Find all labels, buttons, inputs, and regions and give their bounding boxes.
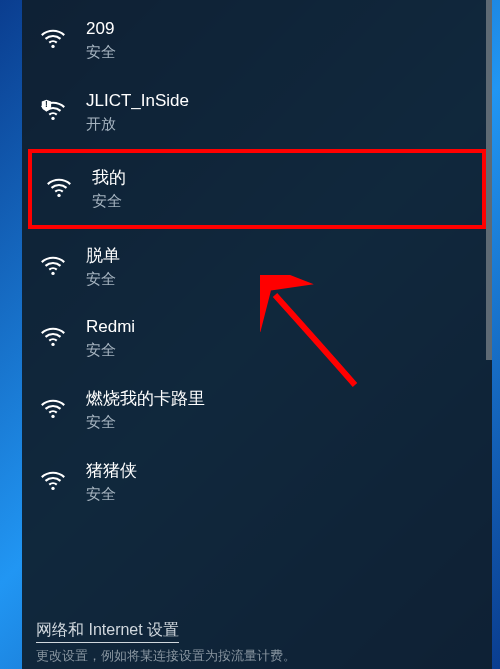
network-info: Redmi 安全: [86, 316, 135, 360]
wifi-secure-icon: [36, 390, 70, 424]
wifi-open-icon: !: [36, 92, 70, 126]
settings-description: 更改设置，例如将某连接设置为按流量计费。: [36, 647, 478, 665]
network-name: 我的: [92, 167, 126, 189]
network-item[interactable]: 脱单 安全: [22, 231, 492, 303]
network-item[interactable]: Redmi 安全: [22, 302, 492, 374]
network-item[interactable]: 209 安全: [22, 4, 492, 76]
network-info: 脱单 安全: [86, 245, 120, 289]
network-info: 209 安全: [86, 18, 116, 62]
svg-point-5: [51, 343, 54, 346]
wifi-secure-icon: [42, 169, 76, 203]
network-info: 我的 安全: [92, 167, 126, 211]
settings-footer: 网络和 Internet 设置 更改设置，例如将某连接设置为按流量计费。: [22, 612, 492, 669]
wifi-secure-icon: [36, 318, 70, 352]
wifi-secure-icon: [36, 20, 70, 54]
network-status: 开放: [86, 114, 189, 134]
network-status: 安全: [92, 191, 126, 211]
network-status: 安全: [86, 484, 137, 504]
network-status: 安全: [86, 42, 116, 62]
network-name: 209: [86, 18, 116, 40]
svg-point-6: [51, 415, 54, 418]
network-name: 猪猪侠: [86, 460, 137, 482]
svg-point-3: [57, 194, 60, 197]
svg-point-0: [51, 45, 54, 48]
wifi-secure-icon: [36, 462, 70, 496]
svg-point-1: [51, 116, 54, 119]
network-name: JLICT_InSide: [86, 90, 189, 112]
network-settings-link[interactable]: 网络和 Internet 设置: [36, 620, 179, 643]
network-item[interactable]: 猪猪侠 安全: [22, 446, 492, 518]
network-info: JLICT_InSide 开放: [86, 90, 189, 134]
network-status: 安全: [86, 269, 120, 289]
network-status: 安全: [86, 340, 135, 360]
svg-point-7: [51, 486, 54, 489]
network-name: 脱单: [86, 245, 120, 267]
svg-text:!: !: [45, 99, 48, 109]
network-item[interactable]: ! JLICT_InSide 开放: [22, 76, 492, 148]
network-name: Redmi: [86, 316, 135, 338]
network-list: 209 安全 ! JLICT_InSide 开放: [22, 0, 492, 612]
network-item-highlighted[interactable]: 我的 安全: [28, 149, 486, 229]
network-info: 燃烧我的卡路里 安全: [86, 388, 205, 432]
network-item[interactable]: 燃烧我的卡路里 安全: [22, 374, 492, 446]
network-status: 安全: [86, 412, 205, 432]
svg-point-4: [51, 271, 54, 274]
network-flyout-panel: 209 安全 ! JLICT_InSide 开放: [22, 0, 492, 669]
network-info: 猪猪侠 安全: [86, 460, 137, 504]
network-name: 燃烧我的卡路里: [86, 388, 205, 410]
wifi-secure-icon: [36, 247, 70, 281]
scrollbar-thumb[interactable]: [486, 0, 492, 360]
